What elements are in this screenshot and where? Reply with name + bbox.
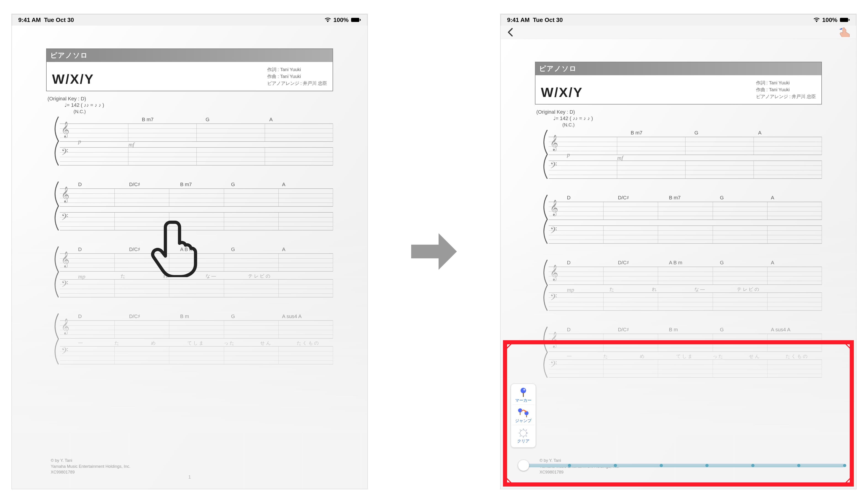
battery-text: 100%: [822, 17, 838, 23]
svg-point-4: [520, 388, 526, 393]
status-bar: 9:41 AM Tue Oct 30 100%: [501, 14, 856, 26]
battery-icon: [351, 17, 361, 22]
svg-line-14: [526, 435, 527, 436]
svg-point-6: [518, 408, 522, 412]
original-key-label: (Original Key : D): [48, 96, 333, 102]
staff-system: DD/C♯B mGA sus4 A 𝄞 —ためて し まっ たせ んた く も …: [46, 313, 333, 364]
staff-system: B m7 G A 𝄞 p 𝄢 mf: [46, 117, 333, 165]
status-time: 9:41 AM: [18, 17, 41, 23]
page-number: 1: [188, 474, 191, 480]
svg-rect-3: [849, 19, 849, 21]
category-strip: ピアノソロ: [535, 62, 822, 75]
status-date: Tue Oct 30: [44, 17, 74, 23]
title-box: ピアノソロ W/X/Y 作詞 : Tani Yuuki 作曲 : Tani Yu…: [46, 49, 333, 91]
status-date: Tue Oct 30: [533, 17, 563, 23]
nc-label: (N.C.): [74, 109, 333, 114]
svg-line-13: [520, 430, 521, 431]
treble-clef-icon: 𝄞: [61, 122, 69, 138]
marker-button[interactable]: マーカー: [512, 386, 534, 405]
dynamic-p: p: [78, 138, 81, 145]
svg-rect-0: [351, 18, 359, 22]
song-title: W/X/Y: [541, 84, 583, 100]
title-box: ピアノソロ W/X/Y 作詞 : Tani Yuuki 作曲 : Tani Yu…: [535, 62, 822, 104]
pin-icon: [512, 387, 534, 398]
clear-icon: [512, 428, 534, 438]
dynamic-mf: mf: [128, 141, 134, 148]
marker-label: マーカー: [512, 398, 534, 403]
jump-label: ジャンプ: [512, 418, 534, 423]
wifi-icon: [813, 17, 820, 23]
svg-rect-1: [360, 19, 361, 21]
status-bar: 9:41 AM Tue Oct 30 100%: [12, 14, 367, 26]
page-slider[interactable]: [524, 464, 845, 467]
staff-system: DD/C♯A B mGA 𝄞 たれな —テ レ ビ の 𝄢mp: [46, 247, 333, 298]
credits-block: 作詞 : Tani Yuuki 作曲 : Tani Yuuki ピアノアレンジ …: [756, 79, 816, 100]
staff-system: DD/C♯B m7GA 𝄞 𝄢: [46, 182, 333, 230]
song-title: W/X/Y: [52, 71, 94, 87]
battery-icon: [840, 17, 850, 22]
tempo-label: ♩= 142 ( ♪♪ = ♪ ♪ ): [553, 115, 822, 121]
svg-line-15: [526, 430, 527, 431]
arrow-icon: [409, 227, 459, 276]
sheet-music-page[interactable]: ピアノソロ W/X/Y 作詞 : Tani Yuuki 作曲 : Tani Yu…: [12, 26, 367, 489]
svg-line-16: [520, 435, 521, 436]
svg-point-5: [523, 389, 525, 391]
clear-label: クリア: [512, 438, 534, 444]
jump-button[interactable]: ジャンプ: [512, 406, 534, 425]
back-button[interactable]: [507, 28, 514, 37]
treble-staff: 𝄞 p: [60, 123, 333, 142]
original-key-label: (Original Key : D): [536, 109, 822, 115]
slider-thumb[interactable]: [518, 460, 529, 471]
tempo-label: ♩= 142 ( ♪♪ = ♪ ♪ ): [64, 102, 333, 108]
tablet-before: 9:41 AM Tue Oct 30 100% ピアノソロ W/X/Y 作: [11, 14, 368, 489]
credits-block: 作詞 : Tani Yuuki 作曲 : Tani Yuuki ピアノアレンジ …: [267, 66, 327, 87]
nav-bar: [501, 26, 856, 39]
jump-icon: [512, 408, 534, 418]
sheet-music-page[interactable]: ピアノソロ W/X/Y 作詞 : Tani Yuuki 作曲 : Tani Yu…: [501, 39, 856, 489]
tool-rail: マーカー ジャンプ クリア: [511, 384, 536, 448]
chord-row: B m7 G A: [46, 117, 333, 122]
category-strip: ピアノソロ: [46, 49, 333, 62]
tablet-after: 9:41 AM Tue Oct 30 100%: [500, 14, 857, 489]
bass-staff: 𝄢 mf: [60, 147, 333, 165]
bass-clef-icon: 𝄢: [61, 147, 68, 160]
copyright-block: © by Y. Tani Yamaha Music Entertainment …: [51, 458, 131, 475]
piano-brace: [53, 117, 59, 165]
nc-label: (N.C.): [562, 122, 822, 128]
battery-text: 100%: [333, 17, 349, 23]
status-time: 9:41 AM: [507, 17, 530, 23]
wifi-icon: [324, 17, 331, 23]
svg-point-8: [520, 430, 527, 436]
gesture-toggle-button[interactable]: [839, 28, 850, 37]
clear-button[interactable]: クリア: [512, 427, 534, 445]
svg-rect-2: [840, 18, 848, 22]
